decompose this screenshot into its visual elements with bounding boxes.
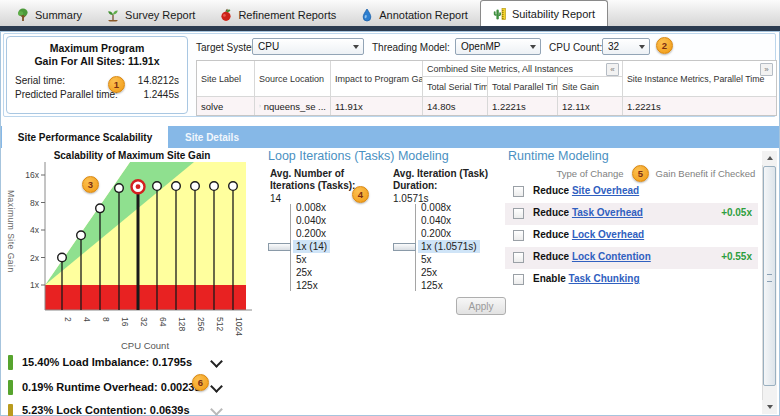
svg-text:1x: 1x [30, 280, 40, 290]
iterations-slider-thumb[interactable] [268, 243, 291, 251]
load-imbalance-bar [8, 355, 13, 370]
cell-total-serial[interactable]: 14.80s [423, 97, 488, 115]
svg-text:16x: 16x [25, 170, 39, 180]
target-system-select[interactable]: CPU [252, 38, 364, 55]
tab-label: Suitability Report [512, 8, 595, 20]
apply-button[interactable]: Apply [456, 297, 506, 315]
scrollbar-up-button[interactable] [762, 151, 777, 165]
svg-text:8: 8 [101, 317, 111, 322]
cpu-count-label: CPU Count: [549, 39, 602, 56]
lock-contention-link[interactable]: Lock Contention [572, 251, 651, 262]
subtab-site-details[interactable]: Site Details [170, 126, 254, 148]
iterations-selected-option[interactable]: 1x (14) [293, 240, 330, 253]
cell-impact[interactable]: 11.91x [331, 97, 423, 115]
tab-label: Summary [35, 9, 82, 21]
droplet-icon [360, 8, 374, 22]
serial-time-value: 14.8212s [138, 75, 179, 86]
svg-text:32: 32 [139, 317, 149, 327]
expand-columns-icon[interactable]: » [760, 63, 773, 76]
scrollbar-grip [767, 274, 772, 282]
cpu-count-select[interactable]: 32 [602, 38, 650, 55]
callout-badge-1: 1 [108, 76, 125, 93]
runtime-modeling-heading: Runtime Modeling [508, 149, 609, 163]
tab-refinement-reports[interactable]: Refinement Reports [207, 4, 348, 26]
duration-slider-header: Avg. Iteration (Task) Duration: [393, 168, 503, 192]
callout-badge-2: 2 [656, 37, 673, 54]
tab-label: Annotation Report [379, 9, 468, 21]
duration-slider-options[interactable]: 0.008x 0.040x 0.200x 1x (1.0571s) 5x 25x… [418, 201, 480, 292]
document-icon [259, 101, 261, 111]
cell-total-parallel[interactable]: 1.2221s [488, 97, 558, 115]
serial-time-row: Serial time: 14.8212s [15, 75, 179, 86]
svg-text:8x: 8x [30, 198, 40, 208]
type-of-change-header: Type of Change [540, 168, 640, 179]
scalability-chart[interactable]: 1x2x4x8x16x2481632641282565121024 [4, 158, 258, 340]
max-program-gain-box: Maximum Program Gain For All Sites: 11.9… [6, 36, 188, 114]
svg-text:512: 512 [215, 317, 225, 331]
iterations-slider-options[interactable]: 0.008x 0.040x 0.200x 1x (14) 5x 25x 125x [293, 201, 330, 292]
tab-label: Survey Report [125, 9, 195, 21]
col-header-site-instance-metrics[interactable]: Site Instance Metrics, Parallel Time [623, 61, 776, 97]
cell-site-gain[interactable]: 12.11x [558, 97, 623, 115]
parallel-time-value: 1.2445s [143, 89, 179, 100]
task-chunking-checkbox[interactable] [513, 274, 524, 285]
svg-text:4x: 4x [30, 225, 40, 235]
gain-box-title: Maximum Program Gain For All Sites: 11.9… [7, 42, 187, 68]
col-header-impact[interactable]: Impact to Program Gain [331, 61, 423, 97]
loop-modeling-heading: Loop Iterations (Tasks) Modeling [268, 149, 449, 163]
threading-model-select[interactable]: OpenMP [455, 38, 541, 55]
runtime-row-site-overhead: Reduce Site Overhead [505, 181, 758, 203]
svg-text:1024: 1024 [234, 317, 244, 336]
svg-text:4: 4 [82, 317, 92, 322]
lock-contention-checkbox[interactable] [513, 252, 524, 263]
scrollbar-thumb[interactable] [763, 166, 776, 386]
iterations-slider-header: Avg. Number of Iterations (Tasks): [270, 168, 388, 192]
site-overhead-link[interactable]: Site Overhead [572, 185, 639, 196]
svg-text:256: 256 [196, 317, 206, 331]
lock-overhead-checkbox[interactable] [513, 230, 524, 241]
group-header-combined-site-metrics[interactable]: Combined Site Metrics, All Instances « [423, 61, 623, 77]
task-chunking-link[interactable]: Task Chunking [569, 273, 640, 284]
arrow-up-icon [767, 156, 773, 160]
chart-x-axis-label: CPU Count [45, 340, 245, 351]
lock-overhead-link[interactable]: Lock Overhead [572, 229, 644, 240]
task-overhead-link[interactable]: Task Overhead [572, 207, 643, 218]
report-tab-bar: Summary Survey Report Refinement Reports… [0, 0, 780, 26]
task-overhead-checkbox[interactable] [513, 208, 524, 219]
tab-suitability-report[interactable]: Suitability Report [480, 0, 608, 26]
gain-benefit-header: Gain Benefit if Checked [653, 168, 758, 179]
ruler-plant-icon [493, 7, 507, 21]
lock-contention-bar [8, 404, 13, 416]
runtime-row-lock-overhead: Reduce Lock Overhead [505, 225, 758, 247]
cell-site-label[interactable]: solve [197, 97, 255, 115]
tab-annotation-report[interactable]: Annotation Report [348, 4, 480, 26]
cell-instance-parallel[interactable]: 1.2221s [623, 97, 776, 115]
chevron-down-icon [639, 45, 645, 49]
col-header-total-serial-time[interactable]: Total Serial Time [423, 77, 488, 97]
site-metrics-table: Site Label Source Location Impact to Pro… [196, 60, 777, 116]
tab-summary[interactable]: Summary [4, 4, 94, 26]
scrollbar-down-button[interactable] [762, 400, 777, 414]
col-header-site-label[interactable]: Site Label [197, 61, 255, 97]
site-overhead-checkbox[interactable] [513, 186, 524, 197]
cell-source-location[interactable]: nqueens_se ... [255, 97, 331, 115]
subtab-site-performance-scalability[interactable]: Site Performance Scalability [2, 126, 168, 148]
col-header-source-location[interactable]: Source Location [255, 61, 331, 97]
col-header-site-gain[interactable]: Site Gain [558, 77, 623, 97]
col-header-total-parallel-time[interactable]: Total Parallel Time [488, 77, 558, 97]
collapse-columns-icon[interactable]: « [606, 63, 619, 76]
apple-icon [219, 8, 233, 22]
sprout-icon [106, 8, 120, 22]
duration-slider-thumb[interactable] [393, 243, 416, 251]
svg-text:16: 16 [120, 317, 130, 327]
callout-badge-6: 6 [192, 374, 209, 391]
runtime-overhead-bar [8, 380, 13, 395]
duration-selected-option[interactable]: 1x (1.0571s) [418, 240, 480, 253]
runtime-row-task-chunking: Enable Task Chunking [505, 269, 758, 291]
tab-survey-report[interactable]: Survey Report [94, 4, 207, 26]
callout-badge-3: 3 [82, 176, 99, 193]
svg-text:128: 128 [177, 317, 187, 331]
tab-label: Refinement Reports [238, 9, 336, 21]
svg-text:2x: 2x [30, 253, 40, 263]
predicted-parallel-time-row: Predicted Parallel time: 1.2445s [15, 89, 179, 100]
